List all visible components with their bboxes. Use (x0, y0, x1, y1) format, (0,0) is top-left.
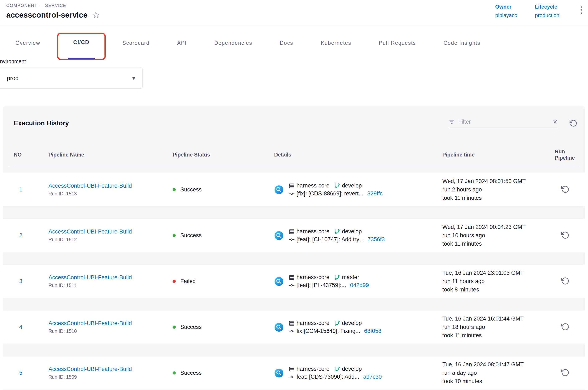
table-row: 1 AccessControl-UBI-Feature-Build Run ID… (3, 173, 585, 206)
lifecycle-value: production (535, 12, 559, 18)
repo-icon (289, 275, 295, 280)
status-label: Success (180, 232, 202, 239)
run-id: Run ID: 1513 (48, 191, 173, 197)
branch-icon (334, 229, 340, 235)
tab-ci-cd[interactable]: CI/CD (68, 26, 95, 59)
table-header-row: NO Pipeline Name Pipeline Status Details… (3, 148, 585, 161)
tab-bar: Overview CI/CD Scorecard API Dependencie… (0, 26, 588, 59)
pipeline-ran: run 18 hours ago (442, 324, 555, 331)
commit-message: [fix]: [CDS-88669]: revert... (297, 190, 363, 197)
status-dot (173, 188, 176, 191)
repo-icon (289, 366, 295, 372)
row-number: 3 (14, 278, 48, 285)
run-id: Run ID: 1512 (48, 237, 173, 243)
column-header-pipeline-time: Pipeline time (442, 152, 555, 158)
commit-hash-link[interactable]: 042d99 (350, 282, 369, 289)
repo-icon (289, 320, 295, 326)
commit-hash-link[interactable]: 329ffc (367, 190, 383, 197)
row-number: 4 (14, 324, 48, 330)
run-id: Run ID: 1509 (48, 374, 173, 380)
owner-link[interactable]: plplayacc (495, 12, 517, 18)
tab-docs[interactable]: Docs (280, 26, 293, 59)
status-label: Success (180, 370, 202, 376)
pipeline-name-link[interactable]: AccessControl-UBI-Feature-Build (48, 320, 173, 327)
pipeline-icon (274, 368, 284, 378)
pipeline-time: Tue, 16 Jan 2024 16:01:44 GMT (442, 315, 555, 322)
table-header-divider (9, 166, 579, 166)
pipeline-time: Tue, 16 Jan 2024 08:01:47 GMT (442, 361, 555, 368)
commit-icon (289, 374, 295, 380)
pipeline-ran: run 2 hours ago (442, 186, 555, 193)
column-header-run-pipeline: Run Pipeline (555, 148, 581, 161)
run-id: Run ID: 1510 (48, 329, 173, 334)
environment-selected-value: prod (7, 75, 19, 82)
commit-icon (289, 328, 295, 334)
pipeline-name-link[interactable]: AccessControl-UBI-Feature-Build (48, 274, 173, 281)
rerun-button[interactable] (561, 368, 569, 377)
table-row: 2 AccessControl-UBI-Feature-Build Run ID… (3, 219, 585, 252)
pipeline-ran: run 11 hours ago (442, 278, 555, 285)
status-dot (173, 326, 176, 329)
filter-icon (449, 119, 455, 125)
status-label: Success (180, 187, 202, 193)
owner-label: Owner (495, 4, 517, 10)
pipeline-duration: took 8 minutes (442, 286, 555, 293)
environment-select[interactable]: prod ▾ (0, 68, 143, 89)
branch-name: develop (342, 366, 362, 372)
tab-kubernetes[interactable]: Kubernetes (321, 26, 351, 59)
commit-message: feat: [CDS-73090]: Add... (297, 374, 359, 380)
breadcrumb: COMPONENT — SERVICE (6, 3, 66, 8)
commit-hash-link[interactable]: a97c30 (363, 374, 382, 380)
tab-scorecard[interactable]: Scorecard (122, 26, 150, 59)
commit-icon (289, 191, 295, 197)
clear-filter-icon[interactable]: × (553, 118, 557, 126)
rerun-button[interactable] (561, 277, 569, 285)
tab-dependencies[interactable]: Dependencies (214, 26, 252, 59)
commit-message: [feat]: [CI-10747]: Add try... (297, 236, 364, 243)
tab-overview[interactable]: Overview (15, 26, 40, 59)
pipeline-name-link[interactable]: AccessControl-UBI-Feature-Build (48, 366, 173, 372)
status-label: Failed (180, 278, 196, 285)
commit-icon (289, 237, 295, 243)
commit-hash-link[interactable]: 68f058 (364, 328, 382, 334)
branch-icon (334, 183, 340, 189)
table-row: 3 AccessControl-UBI-Feature-Build Run ID… (3, 265, 585, 298)
commit-message: [feat]: [PL-43759]:... (297, 282, 346, 289)
rerun-button[interactable] (561, 185, 569, 194)
pipeline-ran: run a day ago (442, 370, 555, 376)
commit-message: fix:[CCM-15649]: Fixing... (297, 328, 360, 334)
pipeline-icon (274, 231, 284, 241)
kebab-menu-icon[interactable]: ⋮ (577, 5, 586, 14)
branch-name: master (342, 274, 359, 281)
run-id: Run ID: 1511 (48, 283, 173, 288)
rerun-button[interactable] (561, 323, 569, 331)
pipeline-name-link[interactable]: AccessControl-UBI-Feature-Build (48, 229, 173, 235)
execution-history-title: Execution History (14, 119, 69, 127)
pipeline-time: Tue, 16 Jan 2024 23:01:03 GMT (442, 269, 555, 276)
status-label: Success (180, 324, 202, 330)
column-header-pipeline-status: Pipeline Status (173, 152, 274, 158)
pipeline-icon (274, 322, 284, 332)
pipeline-duration: took 11 minutes (442, 332, 555, 339)
tab-api[interactable]: API (177, 26, 187, 59)
branch-name: develop (342, 183, 362, 189)
annotation-highlight-box (57, 33, 106, 60)
refresh-button[interactable] (569, 119, 577, 127)
rerun-button[interactable] (561, 231, 569, 239)
pipeline-icon (274, 185, 284, 195)
column-header-no: NO (14, 152, 48, 158)
pipeline-time: Wed, 17 Jan 2024 00:04:23 GMT (442, 224, 555, 231)
column-header-pipeline-name: Pipeline Name (48, 152, 173, 158)
tab-pull-requests[interactable]: Pull Requests (379, 26, 416, 59)
table-row: 5 AccessControl-UBI-Feature-Build Run ID… (3, 356, 585, 389)
commit-icon (289, 283, 295, 288)
commit-hash-link[interactable]: 7356f3 (368, 236, 385, 243)
favorite-star-icon[interactable]: ☆ (92, 10, 100, 20)
repo-name: harness-core (297, 183, 329, 189)
pipeline-duration: took 11 minutes (442, 241, 555, 247)
pipeline-duration: took 10 minutes (442, 378, 555, 385)
tab-ci-cd-label: CI/CD (73, 39, 89, 46)
pipeline-name-link[interactable]: AccessControl-UBI-Feature-Build (48, 183, 173, 189)
filter-input[interactable] (458, 119, 549, 125)
tab-code-insights[interactable]: Code Insights (444, 26, 480, 59)
